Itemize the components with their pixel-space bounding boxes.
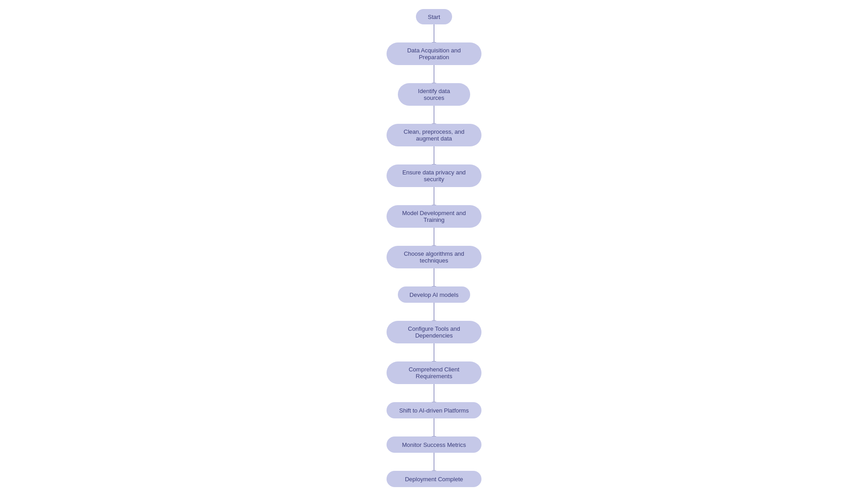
connector-4 <box>434 146 434 164</box>
node-ensure-privacy-label: Ensure data privacy and security <box>397 169 471 183</box>
node-identify-sources: Identify data sources <box>398 83 470 106</box>
node-shift-ai: Shift to AI-driven Platforms <box>387 402 481 418</box>
connector-2 <box>434 65 434 83</box>
node-start: Start <box>416 9 452 24</box>
node-configure-tools: Configure Tools and Dependencies <box>387 321 481 343</box>
node-model-development: Model Development and Training <box>387 205 481 228</box>
node-choose-algorithms-label: Choose algorithms and techniques <box>397 250 471 264</box>
node-clean-preprocess: Clean, preprocess, and augment data <box>387 124 481 146</box>
node-identify-sources-label: Identify data sources <box>409 88 459 101</box>
node-model-development-label: Model Development and Training <box>397 210 471 223</box>
node-start-label: Start <box>428 14 440 20</box>
node-choose-algorithms: Choose algorithms and techniques <box>387 246 481 268</box>
connector-8 <box>434 303 434 321</box>
connector-10 <box>434 384 434 402</box>
node-comprehend-client: Comprehend Client Requirements <box>387 361 481 384</box>
node-comprehend-client-label: Comprehend Client Requirements <box>397 366 471 380</box>
connector-9 <box>434 343 434 361</box>
connector-3 <box>434 106 434 124</box>
node-develop-ai: Develop AI models <box>398 286 470 303</box>
connector-5 <box>434 187 434 205</box>
node-monitor-success: Monitor Success Metrics <box>387 436 481 453</box>
node-configure-tools-label: Configure Tools and Dependencies <box>397 325 471 339</box>
connector-7 <box>434 268 434 286</box>
flowchart: Start Data Acquisition and Preparation I… <box>387 0 481 488</box>
node-ensure-privacy: Ensure data privacy and security <box>387 164 481 187</box>
connector-12 <box>434 453 434 471</box>
node-develop-ai-label: Develop AI models <box>410 291 458 298</box>
node-monitor-success-label: Monitor Success Metrics <box>402 441 466 448</box>
node-deployment-complete-label: Deployment Complete <box>405 476 463 483</box>
connector-11 <box>434 418 434 436</box>
connector-6 <box>434 228 434 246</box>
node-deployment-complete: Deployment Complete <box>387 471 481 487</box>
node-clean-preprocess-label: Clean, preprocess, and augment data <box>397 128 471 142</box>
connector-1 <box>434 24 434 42</box>
node-data-acquisition: Data Acquisition and Preparation <box>387 42 481 65</box>
node-data-acquisition-label: Data Acquisition and Preparation <box>397 47 471 61</box>
node-shift-ai-label: Shift to AI-driven Platforms <box>399 407 469 414</box>
